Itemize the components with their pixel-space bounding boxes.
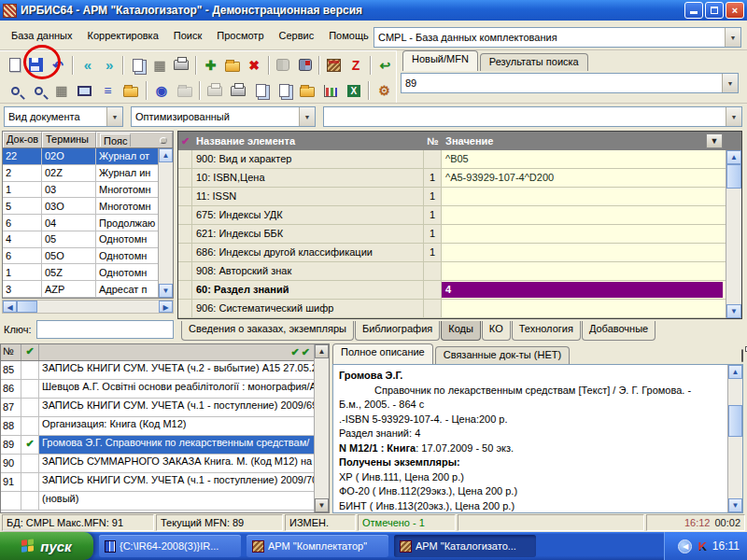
chevron-down-icon[interactable]: ▼ bbox=[299, 107, 315, 126]
print-record-button[interactable] bbox=[171, 54, 192, 77]
restore-button[interactable] bbox=[705, 2, 724, 19]
field-value[interactable] bbox=[442, 206, 741, 224]
irbis-logo-button[interactable] bbox=[323, 54, 345, 77]
new-record-button[interactable] bbox=[4, 54, 25, 77]
field-value[interactable] bbox=[442, 188, 741, 205]
scroll-down-icon[interactable]: ▼ bbox=[728, 498, 742, 512]
pin-icon[interactable] bbox=[160, 137, 167, 144]
doc-kind-combo[interactable]: Вид документа ▼ bbox=[4, 106, 123, 127]
check-icon[interactable]: ✔ bbox=[21, 344, 39, 360]
tab-orders[interactable]: Сведения о заказах, экземпляры bbox=[181, 321, 354, 341]
print-button[interactable] bbox=[204, 79, 227, 102]
taskbar-item-katalogizator[interactable]: АРМ "Каталогизато... bbox=[394, 535, 536, 557]
tab-linked-docs[interactable]: Связанные док-ты (НЕТ) bbox=[435, 346, 570, 364]
term-row[interactable]: 405Однотомн bbox=[3, 231, 173, 248]
field-value[interactable] bbox=[442, 262, 741, 280]
tab-bibliography[interactable]: Библиография bbox=[355, 321, 440, 341]
dictionary-button[interactable] bbox=[273, 54, 294, 77]
menu-view[interactable]: Просмотр bbox=[209, 27, 271, 44]
export-folder-button[interactable] bbox=[296, 79, 319, 102]
chevron-down-icon[interactable]: ▼ bbox=[725, 28, 740, 47]
mark-all-icons[interactable]: ✔✔ bbox=[291, 346, 312, 358]
scroll-down-icon[interactable]: ▼ bbox=[726, 304, 741, 318]
field-row[interactable]: 686: Индексы другой классификации1 bbox=[178, 244, 741, 262]
delete-record-button[interactable]: ✖ bbox=[244, 54, 265, 77]
chevron-down-icon[interactable]: ▼ bbox=[726, 107, 741, 126]
excel-export-button[interactable]: X bbox=[343, 79, 366, 102]
minimize-button[interactable] bbox=[684, 2, 703, 19]
scroll-right-icon[interactable]: ▶ bbox=[159, 301, 173, 313]
field-row[interactable]: 900: Вид и характер^B05 bbox=[178, 150, 741, 169]
tab-full-description[interactable]: Полное описание bbox=[332, 343, 433, 364]
worksheet-combo[interactable]: Оптимизированный ▼ bbox=[131, 106, 316, 127]
taskbar-item-explorer[interactable]: {C:\IR64-2008(3)}IR... bbox=[99, 535, 241, 557]
term-row[interactable]: 105ZОднотомн bbox=[3, 264, 173, 281]
record-row[interactable]: 87ЗАПИСЬ КНИГИ СУМ. УЧЕТА (ч.1 - поступл… bbox=[1, 399, 329, 417]
terms-scrollbar[interactable]: ▲ ▼ bbox=[158, 148, 173, 298]
view-screen-button[interactable] bbox=[73, 79, 96, 102]
catalog-book-button[interactable] bbox=[294, 54, 316, 77]
antivirus-icon[interactable]: K bbox=[698, 539, 706, 553]
send-record-button[interactable] bbox=[221, 54, 243, 77]
term-row[interactable]: 503OМноготомн bbox=[3, 198, 173, 215]
description-scrollbar[interactable]: ▲ ▼ bbox=[727, 365, 742, 512]
record-row[interactable]: 91ЗАПИСЬ КНИГИ СУМ. УЧЕТА (ч.1 - поступл… bbox=[1, 473, 329, 492]
records-header-num[interactable]: № bbox=[1, 344, 21, 360]
scroll-thumb[interactable] bbox=[728, 405, 742, 437]
scroll-down-icon[interactable]: ▼ bbox=[315, 498, 329, 512]
tab-search-results[interactable]: Результаты поиска bbox=[480, 53, 588, 71]
scroll-track[interactable] bbox=[726, 189, 741, 304]
closed-folder-button[interactable] bbox=[173, 79, 196, 102]
tab-ko[interactable]: КО bbox=[482, 321, 511, 341]
field-row[interactable]: 675: Индексы УДК1 bbox=[178, 206, 741, 225]
export-button[interactable] bbox=[250, 79, 274, 102]
record-check[interactable] bbox=[21, 380, 39, 398]
record-row-selected[interactable]: 89✔Громова Э.Г. Справочник по лекарствен… bbox=[1, 436, 329, 455]
field-value[interactable]: ^A5-93929-107-4^D200 bbox=[442, 169, 741, 187]
fields-header-num[interactable]: № bbox=[424, 135, 442, 147]
next-record-button[interactable]: » bbox=[98, 54, 120, 77]
scroll-down-icon[interactable]: ▼ bbox=[159, 284, 173, 298]
z-gateway-button[interactable]: Z bbox=[345, 54, 367, 77]
close-button[interactable]: × bbox=[726, 2, 744, 19]
start-button[interactable]: пуск bbox=[0, 532, 93, 560]
record-check[interactable] bbox=[21, 492, 39, 510]
term-row[interactable]: 2202OЖурнал от bbox=[3, 148, 173, 165]
scroll-thumb[interactable] bbox=[17, 301, 37, 313]
worksheet-grid-button[interactable]: ▦ bbox=[149, 54, 171, 77]
records-scrollbar[interactable]: ▲ ▼ bbox=[314, 344, 329, 512]
term-row[interactable]: 605OОднотомн bbox=[3, 248, 173, 265]
term-row[interactable]: 3AZPАдресат п bbox=[3, 281, 173, 298]
record-row[interactable]: 85ЗАПИСЬ КНИГИ СУМ. УЧЕТА (ч.2 - выбытие… bbox=[1, 361, 329, 380]
record-check[interactable] bbox=[21, 361, 39, 379]
term-row[interactable]: 202ZЖурнал ин bbox=[3, 165, 173, 182]
print-description-button[interactable] bbox=[741, 350, 743, 361]
chevron-down-icon[interactable]: ▼ bbox=[722, 74, 738, 92]
copy-record-button[interactable] bbox=[127, 54, 148, 77]
scroll-track[interactable] bbox=[728, 379, 742, 498]
copy-pages-button[interactable] bbox=[273, 79, 296, 102]
field-row[interactable]: 906: Систематический шифр bbox=[178, 300, 741, 318]
tab-additional[interactable]: Добавочные bbox=[582, 321, 655, 341]
field-row[interactable]: 908: Авторский знак bbox=[178, 262, 741, 281]
record-check[interactable] bbox=[21, 399, 39, 416]
scroll-track[interactable] bbox=[37, 301, 159, 313]
open-folder-button[interactable] bbox=[120, 79, 143, 102]
key-input[interactable] bbox=[36, 320, 174, 339]
menu-database[interactable]: База данных bbox=[4, 27, 80, 44]
scroll-up-icon[interactable]: ▲ bbox=[159, 148, 173, 162]
search-refine-button[interactable] bbox=[27, 79, 50, 102]
scroll-thumb[interactable] bbox=[726, 164, 741, 189]
record-check[interactable] bbox=[21, 417, 39, 435]
scroll-left-icon[interactable]: ◀ bbox=[3, 301, 17, 313]
save-record-button[interactable] bbox=[25, 54, 47, 77]
tab-new-mfn[interactable]: Новый/MFN bbox=[402, 50, 478, 71]
tab-technology[interactable]: Технология bbox=[512, 321, 581, 341]
scroll-up-icon[interactable]: ▲ bbox=[315, 344, 329, 358]
add-field-button[interactable]: ✚ bbox=[200, 54, 221, 77]
value-dropdown-icon[interactable]: ▼ bbox=[706, 133, 723, 148]
statistics-button[interactable] bbox=[319, 79, 343, 102]
settings-button[interactable]: ⚙ bbox=[373, 79, 396, 102]
field-row[interactable]: 11: ISSN1 bbox=[178, 188, 741, 206]
prev-record-button[interactable]: « bbox=[77, 54, 98, 77]
